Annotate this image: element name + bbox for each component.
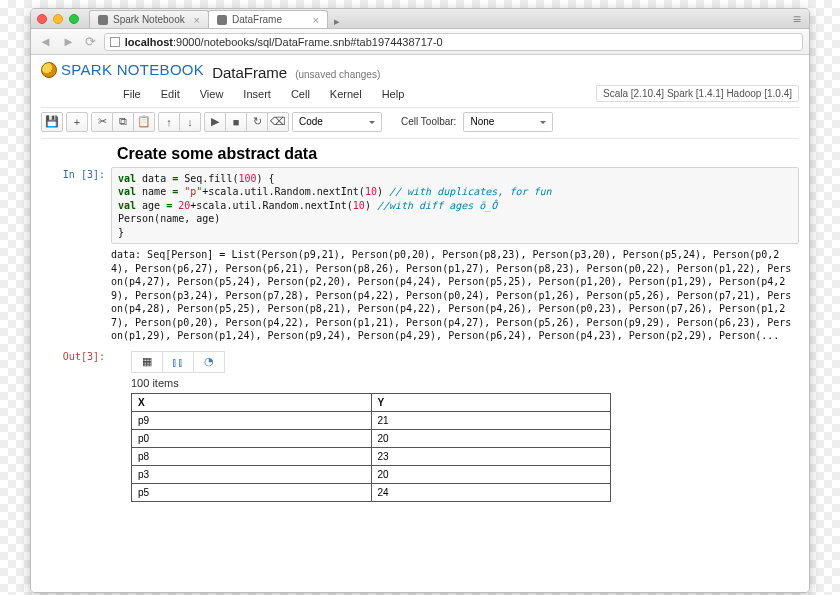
zoom-window-button[interactable] bbox=[69, 14, 79, 24]
menu-kernel[interactable]: Kernel bbox=[320, 85, 372, 103]
plus-icon: + bbox=[74, 116, 80, 128]
eraser-icon: ⌫ bbox=[270, 115, 286, 128]
tab-label: DataFrame bbox=[232, 14, 282, 25]
table-row: p524 bbox=[132, 483, 611, 501]
bar-chart-button[interactable]: ⫿⫿ bbox=[162, 351, 194, 373]
forward-button[interactable]: ► bbox=[60, 34, 77, 49]
move-down-button[interactable]: ↓ bbox=[179, 112, 201, 132]
menu-file[interactable]: File bbox=[113, 85, 151, 103]
restart-button[interactable]: ↻ bbox=[246, 112, 268, 132]
tab-label: Spark Notebook bbox=[113, 14, 185, 25]
paste-button[interactable]: 📋 bbox=[133, 112, 155, 132]
menu-cell[interactable]: Cell bbox=[281, 85, 320, 103]
refresh-icon: ↻ bbox=[253, 115, 262, 128]
add-cell-button[interactable]: + bbox=[66, 112, 88, 132]
markdown-heading[interactable]: Create some abstract data bbox=[117, 145, 799, 163]
favicon-icon bbox=[217, 15, 227, 25]
arrow-up-icon: ↑ bbox=[166, 116, 172, 128]
close-window-button[interactable] bbox=[37, 14, 47, 24]
table-icon: ▦ bbox=[142, 355, 152, 368]
brand[interactable]: Spark Notebook bbox=[41, 61, 204, 78]
notebook-header: Spark Notebook DataFrame (unsaved change… bbox=[31, 55, 809, 85]
output-prompt: Out[3]: bbox=[41, 349, 111, 502]
col-header-y[interactable]: Y bbox=[371, 393, 611, 411]
input-prompt: In [3]: bbox=[41, 167, 111, 347]
output-table: X Y p921 p020 p823 p320 p524 bbox=[131, 393, 611, 502]
copy-button[interactable]: ⧉ bbox=[112, 112, 134, 132]
col-header-x[interactable]: X bbox=[132, 393, 372, 411]
table-row: p823 bbox=[132, 447, 611, 465]
cell-toolbar-select[interactable]: None bbox=[463, 112, 553, 132]
items-count: 100 items bbox=[131, 377, 799, 389]
arrow-down-icon: ↓ bbox=[187, 116, 193, 128]
browser-menu-icon[interactable]: ≡ bbox=[793, 11, 803, 27]
clear-output-button[interactable]: ⌫ bbox=[267, 112, 289, 132]
move-up-button[interactable]: ↑ bbox=[158, 112, 180, 132]
code-cell: In [3]: val data = Seq.fill(100) { val n… bbox=[41, 167, 799, 347]
minimize-window-button[interactable] bbox=[53, 14, 63, 24]
tab-close-icon[interactable]: × bbox=[194, 14, 200, 26]
tab-strip: Spark Notebook × DataFrame × ▸ bbox=[89, 9, 793, 28]
titlebar: Spark Notebook × DataFrame × ▸ ≡ bbox=[31, 9, 809, 29]
cell-type-select[interactable]: Code bbox=[292, 112, 382, 132]
page-content: Spark Notebook DataFrame (unsaved change… bbox=[31, 55, 809, 592]
favicon-icon bbox=[98, 15, 108, 25]
cut-icon: ✂ bbox=[98, 115, 107, 128]
table-view-button[interactable]: ▦ bbox=[131, 351, 163, 373]
cut-button[interactable]: ✂ bbox=[91, 112, 113, 132]
pie-chart-icon: ◔ bbox=[204, 355, 214, 368]
stdout-text: data: Seq[Person] = List(Person(p9,21), … bbox=[111, 244, 799, 347]
tab-close-icon[interactable]: × bbox=[313, 14, 319, 26]
copy-icon: ⧉ bbox=[119, 115, 127, 128]
url-input[interactable]: localhost:9000/notebooks/sql/DataFrame.s… bbox=[104, 33, 803, 51]
browser-tab[interactable]: Spark Notebook × bbox=[89, 10, 209, 28]
url-path: :9000/notebooks/sql/DataFrame.snb#tab197… bbox=[173, 36, 443, 48]
toolbar: 💾 + ✂ ⧉ 📋 ↑ ↓ ▶ ■ ↻ ⌫ Code Cell Toolbar:… bbox=[41, 107, 799, 139]
code-editor[interactable]: val data = Seq.fill(100) { val name = "p… bbox=[111, 167, 799, 245]
back-button[interactable]: ◄ bbox=[37, 34, 54, 49]
save-icon: 💾 bbox=[45, 115, 59, 128]
bar-chart-icon: ⫿⫿ bbox=[172, 356, 184, 368]
table-row: p320 bbox=[132, 465, 611, 483]
url-host: localhost bbox=[125, 36, 173, 48]
notebook-title[interactable]: DataFrame bbox=[212, 64, 287, 81]
menu-bar: File Edit View Insert Cell Kernel Help S… bbox=[31, 85, 809, 105]
notebook-body: Create some abstract data In [3]: val da… bbox=[31, 139, 809, 502]
table-header-row: X Y bbox=[132, 393, 611, 411]
paste-icon: 📋 bbox=[137, 115, 151, 128]
stop-icon: ■ bbox=[233, 116, 240, 128]
run-button[interactable]: ▶ bbox=[204, 112, 226, 132]
browser-window: Spark Notebook × DataFrame × ▸ ≡ ◄ ► ⟳ l… bbox=[30, 8, 810, 593]
save-status: (unsaved changes) bbox=[295, 69, 380, 80]
table-row: p921 bbox=[132, 411, 611, 429]
new-tab-button[interactable]: ▸ bbox=[327, 15, 347, 28]
output-cell: Out[3]: ▦ ⫿⫿ ◔ 100 items X Y p921 bbox=[41, 349, 799, 502]
env-indicator[interactable]: Scala [2.10.4] Spark [1.4.1] Hadoop [1.0… bbox=[596, 85, 799, 102]
brand-text: Spark Notebook bbox=[61, 61, 204, 78]
page-icon bbox=[110, 37, 120, 47]
save-button[interactable]: 💾 bbox=[41, 112, 63, 132]
menu-insert[interactable]: Insert bbox=[233, 85, 281, 103]
cell-toolbar-label: Cell Toolbar: bbox=[401, 116, 456, 127]
stop-button[interactable]: ■ bbox=[225, 112, 247, 132]
menu-view[interactable]: View bbox=[190, 85, 234, 103]
spark-logo-icon bbox=[41, 62, 57, 78]
browser-tab-active[interactable]: DataFrame × bbox=[208, 10, 328, 28]
menu-help[interactable]: Help bbox=[372, 85, 415, 103]
window-controls bbox=[37, 14, 79, 24]
table-row: p020 bbox=[132, 429, 611, 447]
output-view-tabs: ▦ ⫿⫿ ◔ bbox=[111, 351, 799, 373]
menu-edit[interactable]: Edit bbox=[151, 85, 190, 103]
reload-button[interactable]: ⟳ bbox=[83, 34, 98, 49]
pie-chart-button[interactable]: ◔ bbox=[193, 351, 225, 373]
play-icon: ▶ bbox=[211, 115, 219, 128]
address-bar: ◄ ► ⟳ localhost:9000/notebooks/sql/DataF… bbox=[31, 29, 809, 55]
